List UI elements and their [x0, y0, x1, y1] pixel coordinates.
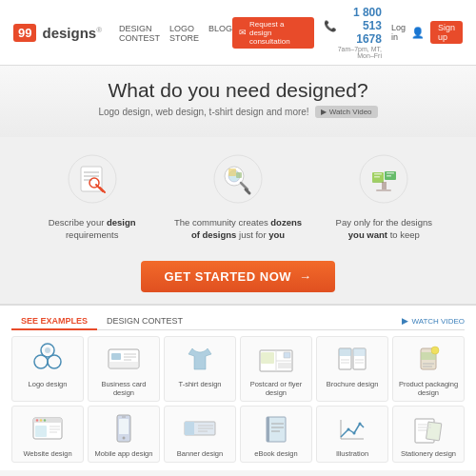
svg-rect-12: [236, 172, 242, 178]
phone-area: 📞 1 800 513 1678 7am–7pm, MT, Mon–Fri: [324, 6, 382, 59]
illustration-icon: [331, 410, 373, 446]
mobile-label: Mobile app design: [90, 449, 157, 458]
logo-design-thumb: [27, 341, 69, 377]
tab-design-contest[interactable]: DESIGN CONTEST: [97, 313, 192, 330]
step-2-illustration: [209, 153, 267, 206]
svg-point-60: [44, 419, 46, 421]
watch-video-right[interactable]: ▶ WATCH VIDEO: [402, 316, 465, 326]
consult-label: Request a design consultation: [249, 20, 307, 46]
hero-section: What do you need designed? Logo design, …: [0, 66, 476, 137]
play-icon: ▶: [321, 108, 327, 116]
step-3: Pay only for the designsyou want to keep: [311, 145, 457, 246]
play-icon-small: ▶: [402, 316, 408, 326]
design-grid: Logo design Business card design: [11, 336, 465, 402]
stationery-label: Stationery design: [395, 449, 462, 458]
watch-video-button[interactable]: ▶ Watch Video: [315, 106, 378, 118]
design-item-business-card[interactable]: Business card design: [88, 336, 160, 402]
steps-section: Describe your designrequirements The com…: [0, 137, 476, 253]
step-1-icon: [59, 149, 126, 210]
packaging-thumb: [407, 341, 449, 377]
svg-point-81: [347, 427, 350, 430]
design-item-banner[interactable]: Banner design: [164, 406, 236, 463]
step-1-illustration: [64, 153, 121, 206]
hero-subtitle: Logo design, web design, t-shirt design …: [19, 106, 457, 118]
postcard-icon: [255, 341, 297, 377]
hero-title: What do you need designed?: [19, 79, 457, 102]
get-started-button[interactable]: GET STARTED NOW →: [141, 261, 334, 292]
login-link[interactable]: Log in: [391, 23, 406, 42]
tshirt-label: T-shirt design: [167, 380, 233, 388]
banner-label: Banner design: [167, 449, 233, 458]
design-item-tshirt[interactable]: T-shirt design: [164, 336, 236, 402]
step-2-icon: [205, 149, 271, 210]
nav-item-blog[interactable]: BLOG: [208, 24, 232, 43]
brochure-icon: [331, 341, 373, 377]
ebook-icon: [255, 410, 297, 446]
mobile-icon: [103, 410, 145, 446]
consult-button[interactable]: ✉ Request a design consultation: [232, 17, 314, 49]
tshirt-thumb: [179, 341, 221, 377]
header-right: ✉ Request a design consultation 📞 1 800 …: [232, 6, 463, 59]
website-label: Website design: [14, 449, 81, 458]
website-icon: [27, 410, 69, 446]
examples-section: SEE EXAMPLES DESIGN CONTEST ▶ WATCH VIDE…: [0, 304, 476, 470]
nav-item-design-contest[interactable]: DESIGN CONTEST: [119, 24, 160, 43]
svg-rect-41: [284, 352, 290, 358]
svg-rect-22: [387, 175, 391, 177]
logo-area: 99 designs® DESIGN CONTEST LOGO STORE BL…: [13, 22, 232, 43]
svg-point-59: [40, 419, 42, 421]
logo-number[interactable]: 99: [13, 24, 36, 42]
phone-icon: 📞: [324, 20, 337, 32]
svg-point-28: [45, 347, 50, 353]
phone-digits: 1 800 513 1678: [340, 6, 382, 46]
stationery-icon: [407, 410, 449, 446]
svg-rect-11: [228, 169, 236, 176]
signup-button[interactable]: Sign up: [430, 21, 463, 44]
tab-see-examples[interactable]: SEE EXAMPLES: [11, 313, 97, 330]
postcard-label: Postcard or flyer design: [243, 380, 309, 397]
design-item-ebook[interactable]: eBook design: [240, 406, 312, 463]
cta-arrow-icon: →: [299, 269, 312, 284]
banner-thumb: [179, 410, 221, 446]
svg-rect-23: [382, 182, 387, 189]
cta-label: GET STARTED NOW: [164, 269, 291, 284]
svg-point-67: [123, 436, 126, 439]
design-item-illustration[interactable]: Illustration: [316, 406, 388, 463]
website-thumb: [27, 410, 69, 446]
design-item-brochure[interactable]: Brochure design: [316, 336, 388, 402]
svg-rect-70: [185, 422, 194, 435]
design-grid-bottom: Website design Mobile app design: [11, 406, 465, 463]
design-item-postcard[interactable]: Postcard or flyer design: [240, 336, 312, 402]
svg-point-58: [36, 419, 38, 421]
design-item-stationery[interactable]: Stationery design: [392, 406, 465, 463]
logo-design-label: Logo design: [14, 380, 81, 388]
svg-rect-24: [376, 189, 391, 191]
packaging-label: Product packaging design: [395, 380, 462, 397]
stationery-thumb: [407, 410, 449, 446]
phone-number: 📞 1 800 513 1678: [324, 6, 382, 46]
watch-video-label: Watch Video: [329, 108, 372, 116]
business-card-thumb: [103, 341, 145, 377]
envelope-icon: ✉: [239, 28, 247, 37]
design-item-logo[interactable]: Logo design: [11, 336, 84, 402]
header-login: Log in 👤 Sign up: [391, 21, 463, 44]
design-item-website[interactable]: Website design: [11, 406, 84, 463]
business-card-icon: [103, 341, 145, 377]
mobile-thumb: [103, 410, 145, 446]
design-item-mobile[interactable]: Mobile app design: [88, 406, 160, 463]
cta-section: GET STARTED NOW →: [0, 253, 476, 304]
brochure-label: Brochure design: [319, 380, 386, 388]
step-2: The community creates dozensof designs j…: [165, 145, 310, 246]
ebook-thumb: [255, 410, 297, 446]
business-card-label: Business card design: [90, 380, 157, 397]
step-3-illustration: [355, 153, 412, 206]
nav-item-logo-store[interactable]: LOGO STORE: [169, 24, 199, 43]
svg-rect-18: [374, 173, 382, 175]
svg-rect-42: [261, 352, 274, 364]
design-item-packaging[interactable]: Product packaging design: [392, 336, 465, 402]
svg-rect-21: [387, 172, 394, 174]
examples-tabs: SEE EXAMPLES DESIGN CONTEST ▶ WATCH VIDE…: [11, 313, 465, 330]
packaging-icon: [407, 341, 449, 377]
logo-design-icon: [27, 341, 69, 377]
logo-brand[interactable]: designs®: [42, 25, 102, 41]
